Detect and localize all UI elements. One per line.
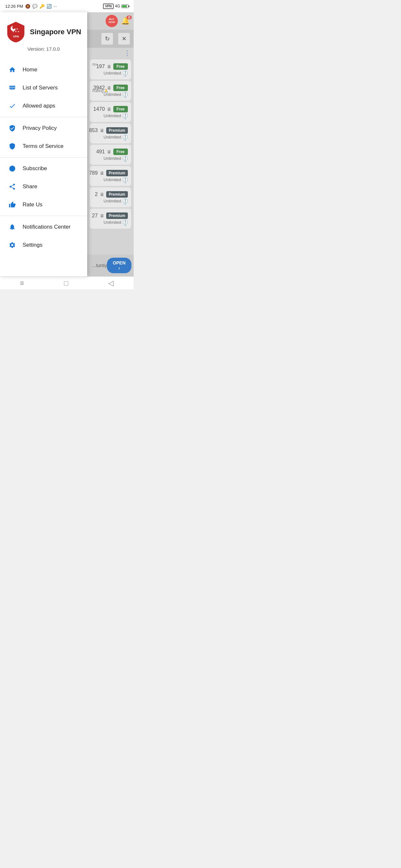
sidebar-item-label-allowed-apps: Allowed apps xyxy=(23,103,55,109)
sidebar-item-allowed-apps[interactable]: Allowed apps xyxy=(0,97,87,115)
sidebar-item-notifications[interactable]: Notifications Center xyxy=(0,218,87,236)
sync-icon: 🔄 xyxy=(47,4,52,9)
server-card-1: ou 197 🖥 Free Unlimited 🕐 ⋮ xyxy=(90,59,131,80)
more-menu-icon-3[interactable]: ⋮ xyxy=(122,113,128,120)
sidebar-item-settings[interactable]: Settings xyxy=(0,236,87,254)
server-card-3: 1470 🖥 Free Unlimited 🕐 ⋮ xyxy=(90,102,131,122)
divider-2 xyxy=(0,157,87,158)
more-menu-icon-2[interactable]: ⋮ xyxy=(122,91,128,99)
server-card-6: 789 🖥 Premium Unlimited 🕐 ⋮ xyxy=(90,166,131,186)
divider-3 xyxy=(0,216,87,216)
close-button[interactable]: ✕ xyxy=(118,33,130,44)
monitor-icon-7: 🖥 xyxy=(100,192,104,197)
bottom-nav-menu[interactable]: ≡ xyxy=(20,279,24,287)
svg-text:★ ★: ★ ★ xyxy=(13,28,18,30)
sidebar-item-label-settings: Settings xyxy=(23,242,42,248)
bottom-nav-back[interactable]: ◁ xyxy=(108,279,114,287)
sidebar-item-label-terms: Terms of Service xyxy=(23,143,64,150)
more-menu-icon-7[interactable]: ⋮ xyxy=(122,197,128,206)
monitor-icon-4: 🖥 xyxy=(100,128,104,133)
logo-container: ★ ★ ★ ★ ★ VPN Singapore VPN xyxy=(6,21,81,42)
buy-now-button[interactable]: BUY NOW xyxy=(105,15,118,27)
sidebar-item-home[interactable]: Home xyxy=(0,61,87,79)
sidebar-item-label-home: Home xyxy=(23,66,37,73)
more-menu-icon-6[interactable]: ⋮ xyxy=(122,176,128,184)
right-panel: BUY NOW 🔔 0 ↻ ✕ ⋮ ou 197 🖥 xyxy=(87,12,134,276)
notification-badge: 0 xyxy=(127,16,132,20)
app-name: Singapore VPN xyxy=(30,28,81,36)
app-logo: ★ ★ ★ ★ ★ VPN xyxy=(6,21,26,42)
sidebar-item-label-notifications: Notifications Center xyxy=(23,224,70,230)
status-right: VPN 4G xyxy=(103,4,128,9)
privacy-icon xyxy=(8,124,17,133)
right-top-bar: BUY NOW 🔔 0 xyxy=(87,12,134,30)
notification-bell[interactable]: 🔔 0 xyxy=(121,17,130,25)
badge-free-1: Free xyxy=(113,63,128,70)
allowed-apps-icon xyxy=(8,101,17,111)
monitor-icon-5: 🖥 xyxy=(107,149,112,154)
unlimited-label-7: Unlimited xyxy=(104,198,121,204)
unlimited-label-6: Unlimited xyxy=(104,177,121,182)
svg-rect-6 xyxy=(9,88,15,89)
mute-icon: 🔕 xyxy=(25,4,30,9)
more-dots-icon: ··· xyxy=(54,4,57,9)
server-card-7: 2 🖥 Premium Unlimited 🕐 ⋮ xyxy=(90,187,131,207)
bottom-ad-bar: ...tuntiy OPEN › xyxy=(87,254,134,276)
server-count-7: 2 xyxy=(95,191,98,197)
rate-icon xyxy=(8,200,17,209)
monitor-icon-3: 🖥 xyxy=(107,106,112,112)
sidebar-item-terms-of-service[interactable]: Terms of Service xyxy=(0,137,87,155)
server-count-6: 789 xyxy=(89,170,98,176)
svg-text:★ ★ ★: ★ ★ ★ xyxy=(12,30,19,33)
bottom-nav-recents[interactable]: □ xyxy=(64,279,68,287)
svg-rect-5 xyxy=(9,86,15,87)
more-menu-icon-1[interactable]: ⋮ xyxy=(122,70,128,78)
sidebar-item-label-rate: Rate Us xyxy=(23,202,42,208)
unlimited-label-3: Unlimited xyxy=(104,113,121,118)
server-count-3: 1470 xyxy=(93,106,105,112)
version-text: Version: 17.0.0 xyxy=(27,46,60,52)
svg-text:VPN: VPN xyxy=(12,35,19,38)
more-menu-icon-4[interactable]: ⋮ xyxy=(122,134,128,142)
refresh-button[interactable]: ↻ xyxy=(101,33,113,44)
sidebar-item-share[interactable]: Share xyxy=(0,178,87,196)
sidebar-item-label-privacy: Privacy Policy xyxy=(23,125,57,131)
more-menu-icon-8[interactable]: ⋮ xyxy=(122,219,128,227)
menu-dots-icon[interactable]: ⋮ xyxy=(124,49,130,57)
terms-icon xyxy=(8,142,17,151)
monitor-icon-6: 🖥 xyxy=(100,170,104,176)
sidebar-item-label-share: Share xyxy=(23,183,37,190)
action-bar: ↻ ✕ xyxy=(87,30,134,48)
badge-free-5: Free xyxy=(113,149,128,155)
subscribe-icon xyxy=(8,164,17,173)
server-card-4: 853 🖥 Premium Unlimited 🕐 ⋮ xyxy=(90,123,131,144)
app-header: ★ ★ ★ ★ ★ VPN Singapore VPN Version: 17.… xyxy=(0,12,87,58)
sidebar-drawer: ★ ★ ★ ★ ★ VPN Singapore VPN Version: 17.… xyxy=(0,12,87,276)
open-button[interactable]: OPEN › xyxy=(107,258,131,273)
share-icon xyxy=(8,182,17,191)
whatsapp-icon: 💬 xyxy=(32,4,37,9)
more-menu-icon-5[interactable]: ⋮ xyxy=(122,155,128,163)
server-count-8: 27 xyxy=(92,213,98,219)
badge-free-3: Free xyxy=(113,106,128,113)
main-container: ★ ★ ★ ★ ★ VPN Singapore VPN Version: 17.… xyxy=(0,12,134,276)
badge-premium-8: Premium xyxy=(106,213,128,219)
unlimited-label-8: Unlimited xyxy=(104,220,121,225)
settings-icon xyxy=(8,241,17,250)
server-count-4: 853 xyxy=(89,128,98,133)
status-left: 12:26 PM 🔕 💬 🔑 🔄 ··· xyxy=(5,4,57,9)
unlimited-label-4: Unlimited xyxy=(104,135,121,140)
server-count-5: 491 xyxy=(96,149,105,155)
bottom-nav-bar: ≡ □ ◁ xyxy=(0,276,134,289)
divider-1 xyxy=(0,117,87,117)
sidebar-item-rate-us[interactable]: Rate Us xyxy=(0,196,87,214)
sidebar-item-privacy-policy[interactable]: Privacy Policy xyxy=(0,119,87,137)
time-display: 12:26 PM xyxy=(5,4,23,9)
svg-point-7 xyxy=(9,166,15,172)
bell-nav-icon xyxy=(8,222,17,231)
servers-icon xyxy=(8,83,17,92)
sidebar-item-subscribe[interactable]: Subscribe xyxy=(0,159,87,178)
unlimited-label-1: Unlimited xyxy=(104,71,121,75)
badge-premium-7: Premium xyxy=(106,191,128,197)
sidebar-item-list-of-servers[interactable]: List of Servers xyxy=(0,79,87,97)
